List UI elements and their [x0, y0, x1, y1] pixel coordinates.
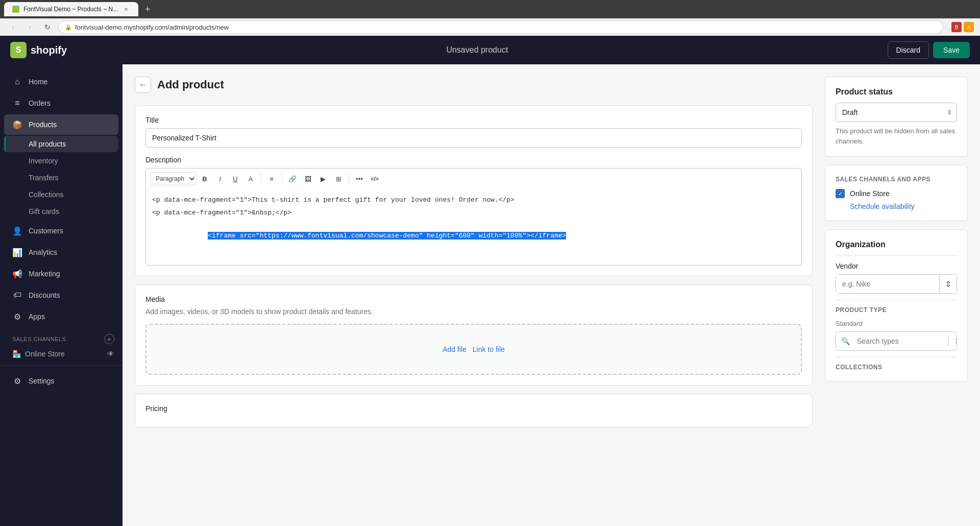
link-button[interactable]: 🔗: [285, 172, 300, 186]
sidebar-sub-all-products[interactable]: All products: [4, 136, 118, 152]
page-title: Add product: [157, 78, 224, 91]
sidebar-item-settings[interactable]: ⚙ Settings: [4, 371, 118, 391]
sidebar-sub-collections[interactable]: Collections: [4, 186, 118, 203]
search-types-input[interactable]: [855, 332, 948, 350]
reload-button[interactable]: ↻: [41, 20, 54, 34]
online-store-checkbox[interactable]: [836, 189, 845, 198]
italic-button[interactable]: I: [213, 172, 227, 186]
product-type-value: Standard: [836, 320, 957, 327]
url-text: fontvisual-demo.myshopify.com/admin/prod…: [75, 23, 229, 31]
sidebar-label-customers: Customers: [29, 227, 63, 235]
editor-toolbar: Paragraph B I U A ≡ 🔗 🖼 ▶ ⊞: [145, 168, 802, 189]
sidebar-sub-gift-cards[interactable]: Gift cards: [4, 203, 118, 220]
shopify-logo: S shopify: [10, 42, 67, 58]
description-label: Description: [145, 156, 802, 164]
link-to-file-link[interactable]: Link to file: [473, 345, 505, 353]
video-button[interactable]: ▶: [316, 172, 330, 186]
more-button[interactable]: •••: [352, 172, 366, 186]
sidebar-item-apps[interactable]: ⚙ Apps: [4, 306, 118, 327]
editor-line-2: <p data-mce-fragment="1">&nbsp;</p>: [152, 208, 795, 219]
back-nav-button[interactable]: ‹: [6, 20, 19, 34]
editor-line-selected: <iframe src="https://www.fontvisual.com/…: [152, 221, 795, 252]
pricing-label: Pricing: [145, 404, 802, 413]
underline-button[interactable]: U: [228, 172, 242, 186]
sidebar-label-apps: Apps: [29, 313, 45, 321]
unsaved-product-label: Unsaved product: [446, 45, 508, 55]
sidebar-sub-inventory[interactable]: Inventory: [4, 153, 118, 169]
vendor-label: Vendor: [836, 262, 957, 270]
search-types-icon: 🔍: [836, 337, 855, 345]
orders-icon: ≡: [12, 98, 22, 108]
online-store-label: Online Store: [25, 350, 65, 358]
top-nav: S shopify Unsaved product Discard Save: [0, 36, 980, 64]
tab-title: FontVisual Demo ~ Products ~ N...: [23, 6, 118, 13]
sidebar-label-home: Home: [29, 78, 47, 86]
toolbar-divider-2: [282, 174, 282, 184]
browser-extensions: B ⚠: [951, 22, 974, 32]
home-icon: ⌂: [12, 77, 22, 87]
address-bar[interactable]: 🔒 fontvisual-demo.myshopify.com/admin/pr…: [58, 20, 943, 34]
new-tab-button[interactable]: +: [140, 2, 155, 16]
sidebar-item-analytics[interactable]: 📊 Analytics: [4, 242, 118, 262]
media-card: Media Add images, videos, or 3D models t…: [135, 284, 813, 386]
customers-icon: 👤: [12, 226, 22, 236]
tab-favicon: [12, 6, 19, 13]
align-button[interactable]: ≡: [264, 172, 279, 186]
search-types-wrapper: 🔍 ⇕: [836, 331, 957, 351]
organization-title: Organization: [836, 240, 957, 249]
online-store-channel: Online Store: [836, 189, 957, 198]
sidebar-label-analytics: Analytics: [29, 248, 57, 256]
add-sales-channel-button[interactable]: +: [104, 334, 114, 344]
title-label: Title: [145, 116, 802, 124]
vendor-input[interactable]: [836, 275, 939, 293]
left-column: ← Add product Title Description Paragrap…: [135, 77, 813, 514]
search-types-select-button[interactable]: ⇕: [948, 337, 957, 346]
sidebar-item-discounts[interactable]: 🏷 Discounts: [4, 285, 118, 305]
source-button[interactable]: </>: [368, 172, 382, 186]
eye-icon: 👁: [107, 350, 114, 358]
online-store-icon: 🏪: [12, 350, 21, 358]
product-type-title: PRODUCT TYPE: [836, 306, 957, 314]
table-button[interactable]: ⊞: [331, 172, 346, 186]
title-input[interactable]: [145, 128, 802, 148]
marketing-icon: 📢: [12, 269, 22, 279]
collections-header: COLLECTIONS: [836, 364, 957, 371]
shopify-logo-icon: S: [10, 42, 27, 58]
sidebar-sub-transfers[interactable]: Transfers: [4, 170, 118, 186]
logo-text: shopify: [31, 44, 67, 56]
vendor-select-button[interactable]: ⇕: [939, 275, 957, 293]
bold-button[interactable]: B: [198, 172, 212, 186]
media-description: Add images, videos, or 3D models to show…: [145, 307, 802, 316]
discard-button[interactable]: Discard: [888, 41, 929, 59]
save-button[interactable]: Save: [933, 42, 970, 58]
media-dropzone[interactable]: Add file Link to file: [145, 324, 802, 375]
sidebar-online-store[interactable]: 🏪 Online Store 👁: [4, 347, 118, 361]
product-type-divider: [836, 300, 957, 300]
sidebar-item-products[interactable]: 📦 Products: [4, 114, 118, 135]
add-file-link[interactable]: Add file: [443, 345, 467, 353]
top-nav-actions: Discard Save: [888, 41, 970, 59]
paragraph-select[interactable]: Paragraph: [150, 172, 197, 185]
editor-line-1: <p data-mce-fragment="1">This t-shirt is…: [152, 195, 795, 206]
text-color-button[interactable]: A: [243, 172, 258, 186]
forward-nav-button[interactable]: ›: [23, 20, 37, 34]
sidebar-item-customers[interactable]: 👤 Customers: [4, 221, 118, 241]
status-select[interactable]: Draft Active: [836, 103, 957, 122]
settings-icon: ⚙: [12, 376, 22, 386]
sidebar-item-home[interactable]: ⌂ Home: [4, 71, 118, 92]
back-button[interactable]: ←: [135, 77, 151, 93]
vendor-input-wrapper: ⇕: [836, 274, 957, 294]
editor-body[interactable]: <p data-mce-fragment="1">This t-shirt is…: [145, 189, 802, 266]
ssl-lock-icon: 🔒: [65, 24, 72, 31]
selected-text: <iframe src="https://www.fontvisual.com/…: [208, 232, 566, 240]
media-title: Media: [145, 295, 802, 303]
sidebar-label-orders: Orders: [29, 99, 51, 107]
sidebar-item-orders[interactable]: ≡ Orders: [4, 93, 118, 113]
online-store-channel-label: Online Store: [850, 189, 890, 198]
schedule-availability-link[interactable]: Schedule availability: [850, 202, 957, 210]
page-header: ← Add product: [135, 77, 813, 93]
sidebar-item-marketing[interactable]: 📢 Marketing: [4, 264, 118, 284]
browser-tab[interactable]: FontVisual Demo ~ Products ~ N... ✕: [4, 2, 138, 16]
tab-close-button[interactable]: ✕: [122, 5, 130, 13]
image-button[interactable]: 🖼: [301, 172, 315, 186]
